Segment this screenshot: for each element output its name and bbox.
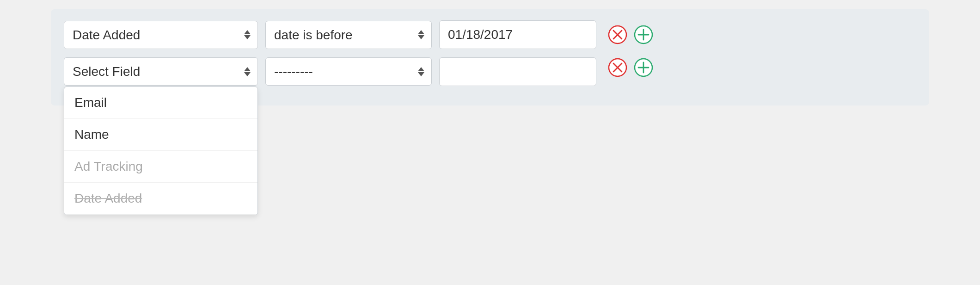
condition-select-1[interactable]: date is before date is after date is [265,21,432,49]
condition-select-2[interactable]: --------- [265,57,432,86]
add-icon [633,57,654,78]
filter-row-1: Date Added Email Name Ad Tracking date i… [64,20,916,49]
field-dropdown-menu: Email Name Ad Tracking Date Added [64,87,258,215]
add-button-2[interactable] [633,57,654,78]
remove-icon [607,57,628,78]
field-select-wrapper-2: Select Field Date Added Email Name Ad Tr… [64,57,258,86]
field-select-wrapper-1: Date Added Email Name Ad Tracking [64,21,258,49]
filter-container: Date Added Email Name Ad Tracking date i… [51,9,929,105]
add-button-1[interactable] [633,25,654,45]
dropdown-item-date-added[interactable]: Date Added [64,183,257,215]
remove-button-1[interactable] [607,25,628,45]
field-select-1[interactable]: Date Added Email Name Ad Tracking [64,21,258,49]
add-icon [633,25,654,45]
dropdown-item-ad-tracking: Ad Tracking [64,151,257,183]
filter-row-2: Select Field Date Added Email Name Ad Tr… [64,57,916,86]
condition-select-wrapper-2: --------- [265,57,432,86]
action-buttons-1 [607,25,654,45]
field-select-2[interactable]: Select Field Date Added Email Name Ad Tr… [64,57,258,86]
dropdown-item-name[interactable]: Name [64,119,257,151]
condition-select-wrapper-1: date is before date is after date is [265,21,432,49]
remove-icon [607,25,628,45]
value-input-2[interactable] [439,57,596,86]
action-buttons-2 [607,57,654,78]
dropdown-item-email[interactable]: Email [64,87,257,119]
value-input-1[interactable] [439,20,596,49]
remove-button-2[interactable] [607,57,628,78]
